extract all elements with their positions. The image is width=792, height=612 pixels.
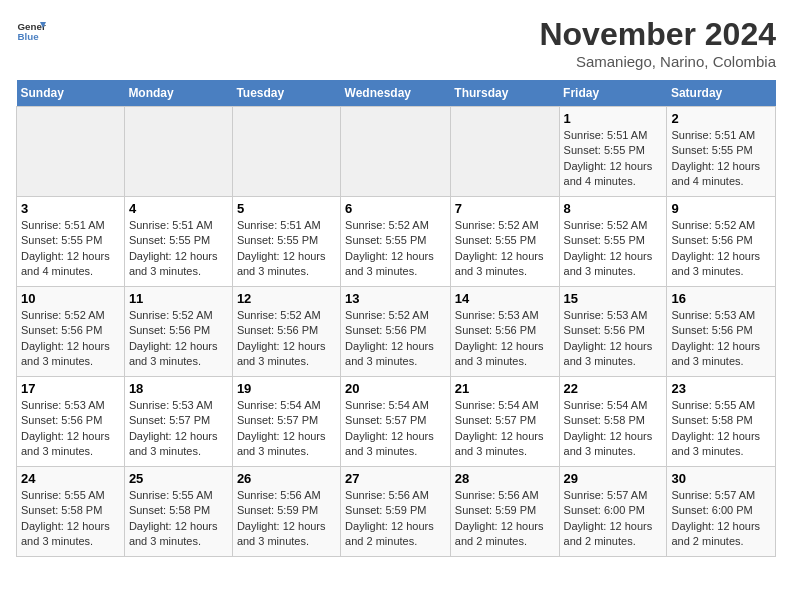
day-info: Sunrise: 5:55 AM Sunset: 5:58 PM Dayligh… bbox=[21, 488, 120, 550]
day-number: 30 bbox=[671, 471, 771, 486]
header-thursday: Thursday bbox=[450, 80, 559, 107]
calendar-cell: 21Sunrise: 5:54 AM Sunset: 5:57 PM Dayli… bbox=[450, 377, 559, 467]
day-number: 7 bbox=[455, 201, 555, 216]
day-info: Sunrise: 5:53 AM Sunset: 5:56 PM Dayligh… bbox=[455, 308, 555, 370]
calendar-cell: 30Sunrise: 5:57 AM Sunset: 6:00 PM Dayli… bbox=[667, 467, 776, 557]
calendar-cell: 28Sunrise: 5:56 AM Sunset: 5:59 PM Dayli… bbox=[450, 467, 559, 557]
day-info: Sunrise: 5:52 AM Sunset: 5:56 PM Dayligh… bbox=[21, 308, 120, 370]
header-friday: Friday bbox=[559, 80, 667, 107]
calendar-cell: 19Sunrise: 5:54 AM Sunset: 5:57 PM Dayli… bbox=[232, 377, 340, 467]
day-info: Sunrise: 5:54 AM Sunset: 5:57 PM Dayligh… bbox=[455, 398, 555, 460]
day-number: 27 bbox=[345, 471, 446, 486]
day-info: Sunrise: 5:56 AM Sunset: 5:59 PM Dayligh… bbox=[237, 488, 336, 550]
week-row-2: 3Sunrise: 5:51 AM Sunset: 5:55 PM Daylig… bbox=[17, 197, 776, 287]
day-number: 6 bbox=[345, 201, 446, 216]
calendar-cell bbox=[17, 107, 125, 197]
day-number: 10 bbox=[21, 291, 120, 306]
logo-icon: General Blue bbox=[16, 16, 46, 46]
calendar-cell: 7Sunrise: 5:52 AM Sunset: 5:55 PM Daylig… bbox=[450, 197, 559, 287]
day-number: 1 bbox=[564, 111, 663, 126]
month-title: November 2024 bbox=[539, 16, 776, 53]
week-row-1: 1Sunrise: 5:51 AM Sunset: 5:55 PM Daylig… bbox=[17, 107, 776, 197]
calendar-cell: 27Sunrise: 5:56 AM Sunset: 5:59 PM Dayli… bbox=[341, 467, 451, 557]
day-number: 20 bbox=[345, 381, 446, 396]
calendar-cell: 9Sunrise: 5:52 AM Sunset: 5:56 PM Daylig… bbox=[667, 197, 776, 287]
calendar-cell bbox=[124, 107, 232, 197]
day-number: 2 bbox=[671, 111, 771, 126]
calendar-cell: 6Sunrise: 5:52 AM Sunset: 5:55 PM Daylig… bbox=[341, 197, 451, 287]
calendar-cell: 20Sunrise: 5:54 AM Sunset: 5:57 PM Dayli… bbox=[341, 377, 451, 467]
day-number: 15 bbox=[564, 291, 663, 306]
day-info: Sunrise: 5:51 AM Sunset: 5:55 PM Dayligh… bbox=[671, 128, 771, 190]
calendar-cell: 14Sunrise: 5:53 AM Sunset: 5:56 PM Dayli… bbox=[450, 287, 559, 377]
calendar-cell: 2Sunrise: 5:51 AM Sunset: 5:55 PM Daylig… bbox=[667, 107, 776, 197]
calendar-cell bbox=[341, 107, 451, 197]
calendar-cell: 4Sunrise: 5:51 AM Sunset: 5:55 PM Daylig… bbox=[124, 197, 232, 287]
header-sunday: Sunday bbox=[17, 80, 125, 107]
day-info: Sunrise: 5:51 AM Sunset: 5:55 PM Dayligh… bbox=[237, 218, 336, 280]
day-info: Sunrise: 5:55 AM Sunset: 5:58 PM Dayligh… bbox=[129, 488, 228, 550]
svg-text:Blue: Blue bbox=[18, 31, 40, 42]
day-number: 13 bbox=[345, 291, 446, 306]
day-info: Sunrise: 5:52 AM Sunset: 5:56 PM Dayligh… bbox=[671, 218, 771, 280]
calendar-cell: 11Sunrise: 5:52 AM Sunset: 5:56 PM Dayli… bbox=[124, 287, 232, 377]
day-number: 24 bbox=[21, 471, 120, 486]
week-row-4: 17Sunrise: 5:53 AM Sunset: 5:56 PM Dayli… bbox=[17, 377, 776, 467]
day-info: Sunrise: 5:51 AM Sunset: 5:55 PM Dayligh… bbox=[564, 128, 663, 190]
calendar-cell: 23Sunrise: 5:55 AM Sunset: 5:58 PM Dayli… bbox=[667, 377, 776, 467]
day-number: 29 bbox=[564, 471, 663, 486]
day-info: Sunrise: 5:53 AM Sunset: 5:56 PM Dayligh… bbox=[564, 308, 663, 370]
calendar-cell: 29Sunrise: 5:57 AM Sunset: 6:00 PM Dayli… bbox=[559, 467, 667, 557]
day-info: Sunrise: 5:54 AM Sunset: 5:58 PM Dayligh… bbox=[564, 398, 663, 460]
calendar-cell: 17Sunrise: 5:53 AM Sunset: 5:56 PM Dayli… bbox=[17, 377, 125, 467]
day-info: Sunrise: 5:56 AM Sunset: 5:59 PM Dayligh… bbox=[455, 488, 555, 550]
calendar-cell: 22Sunrise: 5:54 AM Sunset: 5:58 PM Dayli… bbox=[559, 377, 667, 467]
day-info: Sunrise: 5:54 AM Sunset: 5:57 PM Dayligh… bbox=[237, 398, 336, 460]
calendar-cell: 12Sunrise: 5:52 AM Sunset: 5:56 PM Dayli… bbox=[232, 287, 340, 377]
day-info: Sunrise: 5:55 AM Sunset: 5:58 PM Dayligh… bbox=[671, 398, 771, 460]
calendar-cell bbox=[450, 107, 559, 197]
day-number: 5 bbox=[237, 201, 336, 216]
day-number: 25 bbox=[129, 471, 228, 486]
header-saturday: Saturday bbox=[667, 80, 776, 107]
day-info: Sunrise: 5:53 AM Sunset: 5:57 PM Dayligh… bbox=[129, 398, 228, 460]
day-number: 18 bbox=[129, 381, 228, 396]
header-monday: Monday bbox=[124, 80, 232, 107]
day-info: Sunrise: 5:52 AM Sunset: 5:55 PM Dayligh… bbox=[455, 218, 555, 280]
week-row-5: 24Sunrise: 5:55 AM Sunset: 5:58 PM Dayli… bbox=[17, 467, 776, 557]
header-row: SundayMondayTuesdayWednesdayThursdayFrid… bbox=[17, 80, 776, 107]
day-info: Sunrise: 5:51 AM Sunset: 5:55 PM Dayligh… bbox=[21, 218, 120, 280]
calendar-cell bbox=[232, 107, 340, 197]
location: Samaniego, Narino, Colombia bbox=[539, 53, 776, 70]
header-wednesday: Wednesday bbox=[341, 80, 451, 107]
day-number: 12 bbox=[237, 291, 336, 306]
day-number: 4 bbox=[129, 201, 228, 216]
calendar-cell: 25Sunrise: 5:55 AM Sunset: 5:58 PM Dayli… bbox=[124, 467, 232, 557]
calendar-cell: 18Sunrise: 5:53 AM Sunset: 5:57 PM Dayli… bbox=[124, 377, 232, 467]
day-number: 21 bbox=[455, 381, 555, 396]
calendar-cell: 1Sunrise: 5:51 AM Sunset: 5:55 PM Daylig… bbox=[559, 107, 667, 197]
calendar-cell: 3Sunrise: 5:51 AM Sunset: 5:55 PM Daylig… bbox=[17, 197, 125, 287]
header-tuesday: Tuesday bbox=[232, 80, 340, 107]
calendar-table: SundayMondayTuesdayWednesdayThursdayFrid… bbox=[16, 80, 776, 557]
day-info: Sunrise: 5:53 AM Sunset: 5:56 PM Dayligh… bbox=[671, 308, 771, 370]
day-number: 8 bbox=[564, 201, 663, 216]
calendar-body: 1Sunrise: 5:51 AM Sunset: 5:55 PM Daylig… bbox=[17, 107, 776, 557]
calendar-header: SundayMondayTuesdayWednesdayThursdayFrid… bbox=[17, 80, 776, 107]
day-number: 19 bbox=[237, 381, 336, 396]
day-number: 26 bbox=[237, 471, 336, 486]
day-number: 16 bbox=[671, 291, 771, 306]
day-number: 22 bbox=[564, 381, 663, 396]
day-info: Sunrise: 5:51 AM Sunset: 5:55 PM Dayligh… bbox=[129, 218, 228, 280]
calendar-cell: 8Sunrise: 5:52 AM Sunset: 5:55 PM Daylig… bbox=[559, 197, 667, 287]
day-info: Sunrise: 5:57 AM Sunset: 6:00 PM Dayligh… bbox=[564, 488, 663, 550]
day-number: 9 bbox=[671, 201, 771, 216]
calendar-cell: 16Sunrise: 5:53 AM Sunset: 5:56 PM Dayli… bbox=[667, 287, 776, 377]
page-header: General Blue November 2024 Samaniego, Na… bbox=[16, 16, 776, 70]
day-info: Sunrise: 5:53 AM Sunset: 5:56 PM Dayligh… bbox=[21, 398, 120, 460]
day-number: 11 bbox=[129, 291, 228, 306]
day-info: Sunrise: 5:56 AM Sunset: 5:59 PM Dayligh… bbox=[345, 488, 446, 550]
day-number: 14 bbox=[455, 291, 555, 306]
calendar-cell: 15Sunrise: 5:53 AM Sunset: 5:56 PM Dayli… bbox=[559, 287, 667, 377]
day-info: Sunrise: 5:52 AM Sunset: 5:56 PM Dayligh… bbox=[129, 308, 228, 370]
